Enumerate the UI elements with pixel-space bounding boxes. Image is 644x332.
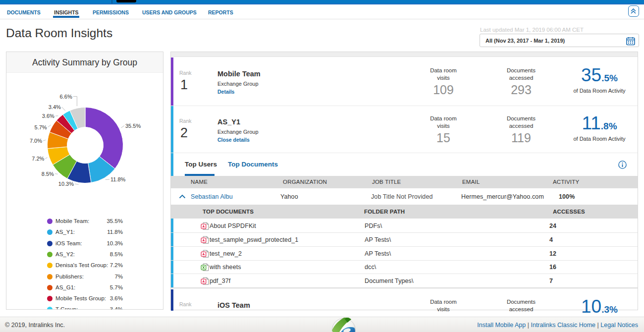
svg-text:6.6%: 6.6% — [60, 94, 72, 100]
svg-text:3.6%: 3.6% — [42, 113, 54, 119]
svg-text:3.4%: 3.4% — [49, 104, 61, 110]
svg-text:11.8%: 11.8% — [110, 176, 126, 182]
svg-text:5.7%: 5.7% — [35, 124, 47, 130]
svg-text:7.2%: 7.2% — [32, 156, 44, 162]
svg-text:35.5%: 35.5% — [125, 123, 141, 129]
svg-text:8.5%: 8.5% — [42, 171, 54, 177]
svg-text:10.3%: 10.3% — [58, 181, 74, 187]
svg-text:7.0%: 7.0% — [30, 138, 42, 144]
